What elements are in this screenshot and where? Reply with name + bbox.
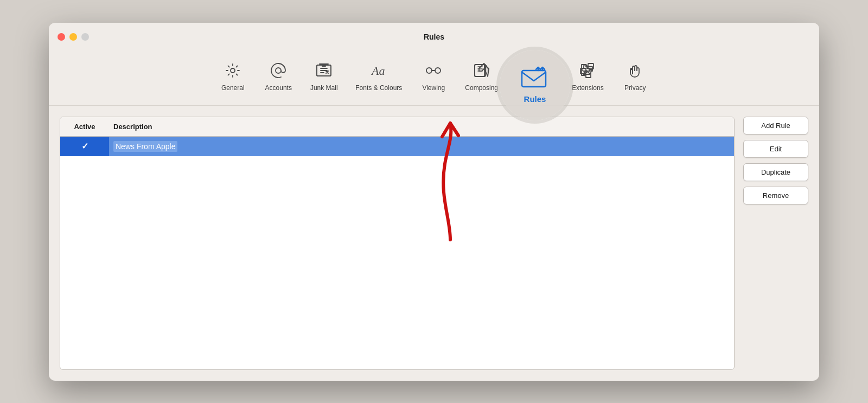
svg-text:Aa: Aa xyxy=(371,64,385,78)
junk-mail-icon xyxy=(315,62,333,82)
privacy-icon xyxy=(627,62,644,82)
composing-label: Composing xyxy=(465,84,498,92)
duplicate-button[interactable]: Duplicate xyxy=(743,163,808,181)
toolbar-item-fonts-colours[interactable]: Aa Fonts & Colours xyxy=(348,57,410,96)
add-rule-button[interactable]: Add Rule xyxy=(743,117,808,135)
svg-rect-16 xyxy=(522,71,546,87)
side-buttons: Add Rule Edit Duplicate Remove xyxy=(743,117,808,370)
rules-label: Rules xyxy=(524,94,546,104)
rules-table: Active Description ✓ News From Apple xyxy=(60,117,735,370)
row-description: News From Apple xyxy=(109,137,734,156)
toolbar-item-general[interactable]: General xyxy=(211,57,254,96)
fonts-colours-label: Fonts & Colours xyxy=(355,84,402,92)
column-description: Description xyxy=(109,120,734,133)
privacy-label: Privacy xyxy=(624,84,646,92)
extensions-icon xyxy=(579,62,596,82)
viewing-icon xyxy=(425,62,442,82)
junk-mail-label: Junk Mail xyxy=(310,84,338,92)
maximize-button[interactable] xyxy=(81,33,89,41)
content-area: Active Description ✓ News From Apple Add… xyxy=(49,106,819,381)
svg-point-11 xyxy=(435,68,441,73)
toolbar-item-accounts[interactable]: Accounts xyxy=(257,57,300,96)
minimize-button[interactable] xyxy=(69,33,77,41)
extensions-label: Extensions xyxy=(572,84,604,92)
svg-point-10 xyxy=(426,68,432,73)
column-active: Active xyxy=(60,120,109,133)
table-row[interactable]: ✓ News From Apple xyxy=(60,137,734,156)
fonts-icon: Aa xyxy=(369,62,388,82)
rules-icon xyxy=(521,66,549,92)
main-window: Rules General Accounts xyxy=(49,23,819,381)
general-label: General xyxy=(221,84,245,92)
window-title: Rules xyxy=(424,33,444,41)
toolbar-item-junk-mail[interactable]: Junk Mail xyxy=(302,57,346,96)
toolbar-item-composing[interactable]: Composing xyxy=(457,57,506,96)
window-controls xyxy=(58,33,89,41)
viewing-label: Viewing xyxy=(422,84,445,92)
composing-icon xyxy=(473,62,490,82)
close-button[interactable] xyxy=(58,33,65,41)
remove-button[interactable]: Remove xyxy=(743,187,808,204)
toolbar-item-privacy[interactable]: Privacy xyxy=(614,57,657,96)
svg-point-0 xyxy=(231,68,235,73)
toolbar-item-extensions[interactable]: Extensions xyxy=(564,57,611,96)
title-bar: Rules xyxy=(49,23,819,51)
gear-icon xyxy=(224,62,241,82)
row-active-checkmark: ✓ xyxy=(60,141,109,151)
toolbar-item-rules-wrapper: Rules xyxy=(508,55,562,99)
svg-point-1 xyxy=(276,68,281,73)
row-description-text: News From Apple xyxy=(113,141,177,152)
table-header: Active Description xyxy=(60,117,734,137)
toolbar-item-viewing[interactable]: Viewing xyxy=(412,57,455,96)
rules-circle-highlight: Rules xyxy=(500,50,570,120)
edit-button[interactable]: Edit xyxy=(743,140,808,158)
at-icon xyxy=(270,62,287,82)
toolbar: General Accounts xyxy=(49,51,819,106)
accounts-label: Accounts xyxy=(265,84,292,92)
